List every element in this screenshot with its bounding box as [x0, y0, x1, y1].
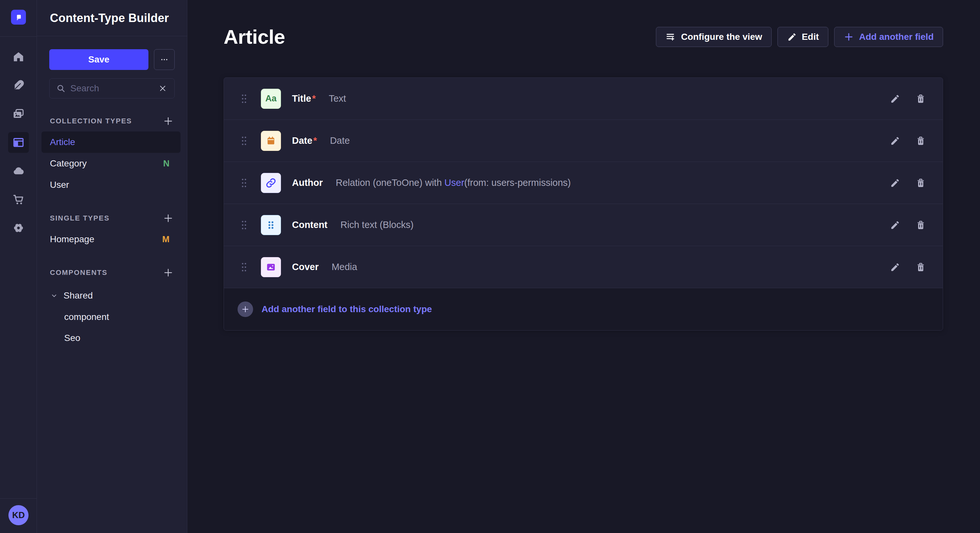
nav-content-type-builder-button[interactable]	[8, 132, 29, 153]
more-button[interactable]	[154, 49, 175, 70]
field-name: Author	[292, 178, 323, 188]
cloud-icon	[12, 165, 25, 178]
drag-handle[interactable]	[242, 263, 247, 272]
gear-icon	[12, 222, 25, 235]
home-icon	[12, 51, 25, 63]
save-button[interactable]: Save	[49, 49, 148, 70]
avatar[interactable]: KD	[8, 505, 29, 525]
nav-rail: KD	[0, 0, 37, 533]
divider	[0, 36, 37, 36]
plus-icon	[162, 213, 174, 224]
drag-handle[interactable]	[242, 178, 247, 187]
content-type-title: Article	[224, 25, 285, 48]
media-library-icon	[12, 108, 25, 121]
add-field-row[interactable]: Add another field to this collection typ…	[224, 288, 943, 330]
avatar-initials: KD	[12, 510, 25, 520]
nav-home-button[interactable]	[8, 47, 29, 67]
field-name: Title	[292, 93, 311, 104]
field-type: Media	[331, 262, 357, 272]
field-name: Content	[292, 219, 328, 230]
delete-field-button[interactable]	[914, 261, 927, 274]
drag-handle[interactable]	[242, 94, 247, 103]
delete-field-button[interactable]	[914, 219, 927, 232]
nav-media-library-button[interactable]	[8, 104, 29, 124]
nav-settings-button[interactable]	[8, 217, 29, 238]
edit-field-button[interactable]	[888, 92, 901, 105]
drag-handle[interactable]	[242, 136, 247, 145]
sidebar-item-component[interactable]: component	[41, 306, 180, 327]
search-icon	[56, 84, 66, 93]
sidebar-group-label: Shared	[64, 290, 93, 301]
delete-field-button[interactable]	[914, 176, 927, 189]
components-label: COMPONENTS	[50, 268, 108, 277]
field-type: Relation (oneToOne) with User(from: user…	[336, 178, 571, 188]
status-badge-modified: M	[162, 235, 170, 244]
sidebar-item-seo[interactable]: Seo	[41, 327, 180, 348]
field-row-title: Aa Title* Text	[224, 78, 943, 120]
delete-field-button[interactable]	[914, 92, 927, 105]
edit-field-button[interactable]	[888, 134, 901, 148]
drag-handle[interactable]	[242, 220, 247, 230]
sidebar-item-homepage[interactable]: Homepage M	[41, 228, 180, 250]
list-plus-icon	[665, 32, 676, 42]
feather-icon	[12, 79, 25, 92]
plus-icon	[843, 32, 854, 42]
trash-icon	[915, 262, 926, 272]
edit-button[interactable]: Edit	[778, 27, 828, 47]
sidebar-item-label: Article	[50, 137, 75, 148]
configure-view-button[interactable]: Configure the view	[656, 27, 771, 47]
search-input[interactable]	[70, 83, 152, 94]
nav-marketplace-button[interactable]	[8, 189, 29, 210]
sidebar-item-label: component	[64, 312, 109, 322]
sidebar-item-user[interactable]: User	[41, 174, 180, 195]
sidebar-item-article[interactable]: Article	[41, 132, 180, 153]
status-badge-new: N	[163, 159, 170, 169]
add-single-type-button[interactable]	[162, 212, 175, 225]
field-row-date: Date* Date	[224, 120, 943, 162]
sidebar-item-label: Homepage	[50, 234, 94, 244]
add-collection-type-button[interactable]	[162, 115, 175, 128]
sidebar-group-shared[interactable]: Shared	[41, 285, 180, 306]
strapi-logo-icon	[14, 12, 23, 22]
add-field-row-label: Add another field to this collection typ…	[261, 304, 432, 314]
close-icon	[158, 84, 167, 93]
edit-field-button[interactable]	[888, 261, 901, 274]
date-field-icon	[261, 131, 281, 151]
pencil-icon	[787, 32, 797, 42]
field-row-author: Author Relation (oneToOne) with User(fro…	[224, 162, 943, 204]
clear-search-button[interactable]	[157, 82, 169, 94]
add-component-button[interactable]	[162, 266, 175, 279]
plus-icon	[162, 115, 174, 127]
sidebar-item-label: Seo	[64, 333, 80, 343]
field-type: Date	[330, 135, 350, 146]
pencil-icon	[889, 178, 900, 188]
field-type: Text	[329, 93, 346, 104]
strapi-logo[interactable]	[11, 10, 26, 25]
add-circle-icon	[237, 301, 253, 317]
edit-field-button[interactable]	[888, 219, 901, 232]
add-another-field-button[interactable]: Add another field	[834, 27, 943, 47]
sidebar-header: Content-Type Builder	[37, 0, 187, 36]
ctb-sidebar: Content-Type Builder Save	[37, 0, 187, 533]
trash-icon	[915, 220, 926, 230]
field-type: Rich text (Blocks)	[340, 219, 414, 230]
chevron-down-icon	[50, 292, 58, 300]
delete-field-button[interactable]	[914, 134, 927, 148]
edit-field-button[interactable]	[888, 176, 901, 189]
single-types-label: SINGLE TYPES	[50, 214, 110, 222]
divider	[0, 498, 37, 499]
text-field-icon: Aa	[261, 89, 281, 109]
rail-nav	[8, 47, 29, 238]
collection-types-label: COLLECTION TYPES	[50, 117, 132, 125]
nav-deploy-button[interactable]	[8, 160, 29, 181]
edit-label: Edit	[802, 32, 819, 42]
media-field-icon	[261, 257, 281, 277]
field-row-cover: Cover Media	[224, 246, 943, 288]
pencil-icon	[889, 220, 900, 230]
page-title: Content-Type Builder	[50, 11, 169, 25]
content-type-builder-icon	[12, 136, 25, 149]
rich-text-blocks-field-icon	[261, 215, 281, 235]
sidebar-item-label: Category	[50, 159, 87, 169]
nav-content-manager-button[interactable]	[8, 75, 29, 96]
sidebar-item-category[interactable]: Category N	[41, 153, 180, 174]
